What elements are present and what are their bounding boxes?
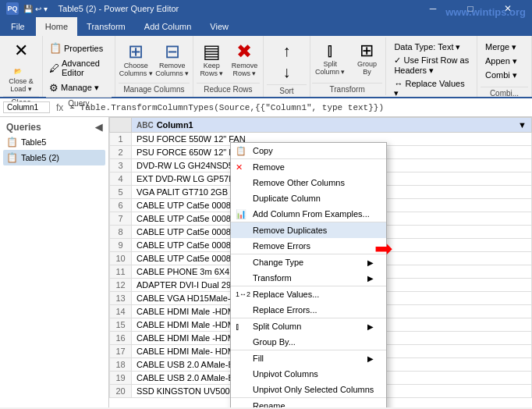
ctx-rename[interactable]: Rename...: [231, 397, 386, 407]
row-number-cell: 19: [110, 372, 132, 385]
row-number-header: [110, 118, 132, 133]
row-number-cell: 6: [110, 199, 132, 212]
main-area: Queries ◀ 📋 Table5 📋 Table5 (2) ABC: [0, 117, 532, 407]
ctx-remove-duplicates[interactable]: Remove Duplicates: [231, 222, 386, 238]
watermark: www.wintips.org: [445, 6, 526, 18]
row-number-cell: 3: [110, 159, 132, 172]
row-number-cell: 1: [110, 133, 132, 146]
choose-columns-icon: ⊞: [128, 42, 144, 61]
formula-fx-label: fx: [53, 102, 66, 113]
row-number-cell: 13: [110, 292, 132, 305]
row-number-cell: 12: [110, 279, 132, 292]
row-number-cell: 7: [110, 212, 132, 226]
advanced-editor-button[interactable]: 🖊 Advanced Editor: [46, 57, 112, 79]
replace-values-ribbon-button[interactable]: ↔ Replace Values ▾: [391, 77, 473, 100]
ctx-add-column-examples[interactable]: 📊 Add Column From Examples...: [231, 206, 386, 222]
ctx-replace-errors[interactable]: Replace Errors...: [231, 302, 386, 318]
keep-rows-button[interactable]: ▤ KeepRows ▾: [196, 41, 227, 79]
use-first-row-button[interactable]: ✓ Use First Row as Headers ▾: [391, 54, 473, 77]
sort-desc-button[interactable]: ↓: [271, 62, 302, 83]
merge-button[interactable]: Merge ▾: [482, 41, 527, 54]
query-table5-icon: 📋: [6, 137, 18, 148]
append-button[interactable]: Appen ▾: [482, 55, 527, 68]
ribbon: ✕📂 Close &Load ▾ Close 📋 Properties 🖊 Ad…: [0, 36, 532, 98]
context-menu: 📋 Copy ✕ Remove Remove Other Columns Dup…: [230, 142, 387, 407]
close-load-button[interactable]: ✕📂 Close &Load ▾: [5, 41, 37, 94]
ctx-unpivot-selected[interactable]: Unpivot Only Selected Columns: [231, 382, 386, 397]
ctx-copy[interactable]: 📋 Copy: [231, 143, 386, 158]
tab-home[interactable]: Home: [36, 17, 77, 36]
ctx-duplicate-column[interactable]: Duplicate Column: [231, 190, 386, 206]
tab-add-column[interactable]: Add Column: [135, 17, 201, 36]
window-title: Table5 (2) - Power Query Editor: [59, 4, 179, 13]
ctx-transform[interactable]: Transform ▶: [231, 270, 386, 286]
quick-access: 💾 ↩ ▾: [23, 5, 48, 13]
advanced-editor-icon: 🖊: [49, 62, 59, 74]
row-number-cell: 9: [110, 239, 132, 252]
remove-columns-icon: ⊟: [165, 42, 180, 61]
combine-button[interactable]: Combi ▾: [482, 69, 527, 82]
ribbon-group-sort: ↑ ↓ Sort: [264, 36, 310, 97]
column1-header[interactable]: ABC Column1 ▼: [132, 118, 532, 133]
ctx-remove-errors[interactable]: Remove Errors: [231, 238, 386, 254]
row-number-cell: 17: [110, 345, 132, 358]
group-by-button[interactable]: ⊞ GroupBy: [351, 41, 382, 77]
row-number-cell: 2: [110, 146, 132, 159]
group-transform-sublabel: Transform: [312, 83, 383, 95]
ctx-split-column[interactable]: ⫿ Split Column ▶: [231, 318, 386, 334]
row-number-cell: 15: [110, 318, 132, 332]
row-number-cell: 16: [110, 332, 132, 345]
app-icon: PQ: [6, 2, 19, 15]
arrow-indicator: ➡: [374, 236, 392, 261]
split-column-button[interactable]: ⫿ SplitColumn ▾: [312, 41, 349, 77]
ribbon-group-query: 📋 Properties 🖊 Advanced Editor ⚙ Manage …: [43, 36, 115, 97]
query-item-table5[interactable]: 📋 Table5: [3, 134, 105, 150]
row-number-cell: 20: [110, 385, 132, 398]
remove-rows-icon: ✖: [236, 42, 252, 61]
query-item-table5-2[interactable]: 📋 Table5 (2): [3, 150, 105, 165]
ctx-split-arrow: ▶: [367, 322, 374, 331]
data-area: ABC Column1 ▼ 1 PSU FORCE 550W 12" FAN 2…: [109, 117, 532, 407]
col-dropdown-icon[interactable]: ▼: [518, 120, 527, 130]
formula-expression: = Table.TransformColumnTypes(Source,{{"C…: [69, 103, 529, 112]
split-column-icon: ⫿: [326, 42, 335, 59]
col-type-icon: ABC: [137, 121, 154, 130]
row-number-cell: 11: [110, 265, 132, 279]
ctx-fill[interactable]: Fill ▶: [231, 350, 386, 366]
sort-asc-button[interactable]: ↑: [271, 41, 302, 62]
ctx-fill-arrow: ▶: [367, 354, 374, 363]
manage-button[interactable]: ⚙ Manage ▾: [46, 80, 112, 95]
ctx-change-type-arrow: ▶: [367, 258, 374, 267]
data-type-button[interactable]: Data Type: Text ▾: [391, 41, 473, 54]
remove-rows-button[interactable]: ✖ RemoveRows ▾: [229, 41, 260, 79]
ribbon-group-combine: Merge ▾ Appen ▾ Combi ▾ Combi...: [477, 36, 532, 97]
ctx-remove[interactable]: ✕ Remove: [231, 158, 386, 175]
ctx-change-type[interactable]: Change Type ▶: [231, 254, 386, 270]
tab-file[interactable]: File: [0, 17, 36, 36]
choose-columns-button[interactable]: ⊞ ChooseColumns ▾: [119, 41, 154, 79]
tab-view[interactable]: View: [200, 17, 238, 36]
ctx-remove-icon: ✕: [236, 162, 243, 172]
manage-icon: ⚙: [49, 82, 59, 94]
properties-button[interactable]: 📋 Properties: [46, 41, 112, 55]
ribbon-group-transform: ⫿ SplitColumn ▾ ⊞ GroupBy Transform Data…: [310, 36, 477, 97]
ctx-remove-other-columns[interactable]: Remove Other Columns: [231, 175, 386, 190]
tab-transform[interactable]: Transform: [77, 17, 135, 36]
formula-name-box[interactable]: [3, 101, 50, 113]
row-number-cell: 8: [110, 226, 132, 239]
ctx-replace-values-icon: 1↔2: [236, 290, 250, 298]
remove-columns-button[interactable]: ⊟ RemoveColumns ▾: [154, 41, 190, 79]
query-table5-2-icon: 📋: [6, 152, 18, 163]
ribbon-group-reduce-rows: ▤ KeepRows ▾ ✖ RemoveRows ▾ Reduce Rows: [193, 36, 264, 97]
row-number-cell: 10: [110, 252, 132, 265]
ctx-unpivot-columns[interactable]: Unpivot Columns: [231, 366, 386, 382]
row-number-cell: 18: [110, 358, 132, 372]
ribbon-tabs: File Home Transform Add Column View: [0, 17, 532, 36]
queries-collapse-icon[interactable]: ◀: [95, 122, 102, 133]
group-combine-label: Combi...: [481, 87, 528, 99]
ctx-group-by[interactable]: Group By...: [231, 334, 386, 350]
ctx-copy-icon: 📋: [236, 146, 246, 156]
ctx-replace-values[interactable]: 1↔2 Replace Values...: [231, 286, 386, 302]
queries-panel: Queries ◀ 📋 Table5 📋 Table5 (2): [0, 117, 109, 407]
row-number-cell: 4: [110, 172, 132, 186]
